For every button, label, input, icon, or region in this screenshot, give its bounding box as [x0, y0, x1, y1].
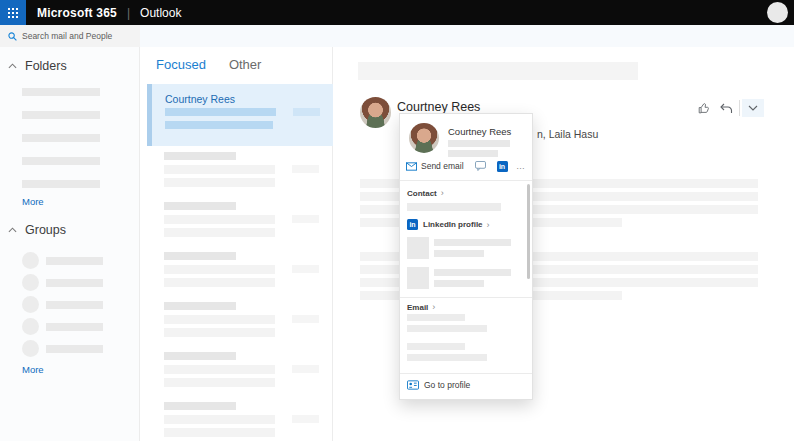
message-subject-placeholder — [164, 415, 275, 424]
message-preview-placeholder — [165, 121, 273, 129]
chevron-up-icon[interactable] — [8, 227, 17, 233]
message-time-placeholder — [292, 315, 319, 323]
message-item[interactable] — [140, 402, 333, 437]
like-button[interactable] — [693, 99, 715, 117]
search-input[interactable]: Search mail and People — [0, 25, 140, 47]
message-item[interactable] — [140, 302, 333, 337]
command-bar: Search mail and People — [0, 25, 794, 47]
profile-card-icon — [407, 380, 419, 390]
group-placeholder-item[interactable] — [22, 252, 103, 269]
email-entry-placeholder — [407, 354, 487, 361]
group-name-placeholder — [46, 345, 103, 353]
message-item[interactable] — [140, 252, 333, 287]
linkedin-section-header[interactable]: in LinkedIn profile › — [407, 219, 490, 230]
brand-title[interactable]: Microsoft 365 — [37, 6, 117, 20]
contact-avatar — [409, 123, 439, 153]
go-to-profile-button[interactable]: Go to profile — [407, 380, 470, 390]
message-sender-placeholder — [164, 252, 236, 260]
groups-section-header[interactable]: Groups — [8, 223, 66, 237]
message-item[interactable] — [140, 152, 333, 187]
group-avatar-placeholder — [22, 274, 39, 291]
group-placeholder-item[interactable] — [22, 296, 103, 313]
message-time-placeholder — [292, 265, 319, 273]
more-options-button[interactable]: … — [516, 161, 526, 171]
selected-message-item[interactable]: Courtney Rees — [147, 84, 333, 146]
subject-placeholder — [358, 62, 638, 80]
actions-divider — [739, 100, 740, 116]
app-header: Microsoft 365 | Outlook — [0, 0, 794, 25]
message-item[interactable] — [140, 202, 333, 237]
reply-button[interactable] — [715, 99, 737, 117]
group-avatar-placeholder — [22, 340, 39, 357]
go-to-profile-label: Go to profile — [424, 380, 470, 390]
folder-sidebar: Folders More Groups — [0, 47, 140, 441]
send-email-label: Send email — [421, 161, 464, 171]
folder-placeholder-item[interactable] — [22, 111, 100, 119]
folder-placeholder-item[interactable] — [22, 157, 100, 165]
chevron-up-icon[interactable] — [8, 63, 17, 69]
message-preview-placeholder — [164, 228, 275, 237]
card-scrollbar[interactable] — [527, 184, 530, 279]
tab-other[interactable]: Other — [229, 57, 262, 72]
message-list-pane: Focused Other Courtney Rees — [140, 47, 333, 441]
search-icon — [8, 32, 17, 41]
group-avatar-placeholder — [22, 318, 39, 335]
folder-placeholder-item[interactable] — [22, 88, 100, 96]
folders-more-link[interactable]: More — [22, 196, 44, 207]
chevron-down-icon — [748, 105, 758, 111]
linkedin-button[interactable]: in — [497, 161, 508, 172]
sender-name[interactable]: Courtney Rees — [397, 100, 480, 114]
message-preview-placeholder — [164, 378, 275, 387]
contact-title-placeholder — [448, 140, 510, 147]
contact-card-actions: Send email in … — [406, 159, 526, 173]
message-sender-placeholder — [164, 302, 236, 310]
email-section-label: Email — [407, 303, 428, 312]
linkedin-logo-placeholder — [407, 237, 429, 259]
chat-button[interactable] — [475, 161, 486, 171]
message-time-placeholder — [292, 215, 319, 223]
folder-placeholder-item[interactable] — [22, 180, 100, 188]
search-placeholder: Search mail and People — [22, 31, 112, 41]
folders-section-header[interactable]: Folders — [8, 59, 67, 73]
message-sender-placeholder — [164, 202, 236, 210]
tab-focused[interactable]: Focused — [156, 57, 206, 72]
contact-section-label: Contact — [407, 189, 437, 198]
brand-divider: | — [127, 6, 130, 20]
app-launcher-button[interactable] — [0, 0, 26, 25]
message-item[interactable] — [140, 352, 333, 387]
card-divider — [400, 180, 532, 181]
contact-company-placeholder — [448, 150, 498, 157]
reply-icon — [719, 102, 733, 115]
group-placeholder-item[interactable] — [22, 340, 103, 357]
product-title[interactable]: Outlook — [140, 6, 181, 20]
sender-avatar[interactable] — [360, 97, 391, 128]
message-subject-placeholder — [164, 165, 275, 174]
folder-placeholder-list — [22, 88, 100, 203]
message-sender: Courtney Rees — [165, 93, 235, 105]
message-sender-placeholder — [164, 152, 236, 160]
account-avatar[interactable] — [767, 2, 788, 23]
folder-placeholder-item[interactable] — [22, 134, 100, 142]
message-preview-placeholder — [164, 328, 275, 337]
message-subject-placeholder — [164, 265, 275, 274]
card-divider — [400, 297, 532, 298]
folders-section-label: Folders — [25, 59, 67, 73]
chevron-right-icon: › — [487, 220, 490, 230]
group-placeholder-item[interactable] — [22, 318, 103, 335]
message-subject-placeholder — [164, 365, 275, 374]
contact-section-header[interactable]: Contact › — [407, 188, 444, 198]
selected-indicator — [147, 84, 152, 146]
send-email-button[interactable]: Send email — [406, 161, 464, 171]
message-preview-placeholder — [164, 178, 275, 187]
group-name-placeholder — [46, 257, 103, 265]
email-section-header[interactable]: Email › — [407, 302, 435, 312]
group-name-placeholder — [46, 279, 103, 287]
message-sender-placeholder — [164, 402, 236, 410]
group-placeholder-item[interactable] — [22, 274, 103, 291]
message-time-placeholder — [293, 108, 320, 116]
chat-icon — [475, 161, 486, 171]
expand-message-button[interactable] — [742, 99, 764, 117]
groups-more-link[interactable]: More — [22, 364, 44, 375]
chevron-right-icon: › — [432, 302, 435, 312]
linkedin-logo-placeholder — [407, 267, 429, 289]
